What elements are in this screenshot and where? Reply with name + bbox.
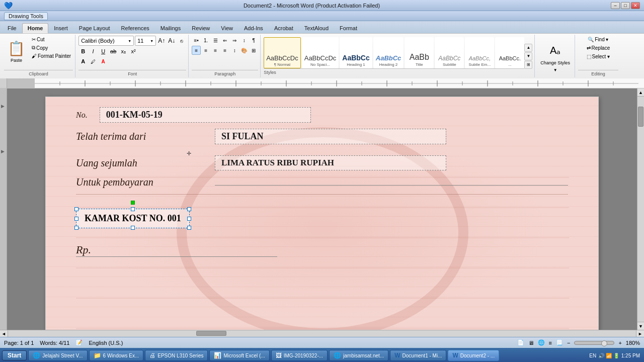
zoom-thumb[interactable] — [601, 340, 607, 346]
minimize-button[interactable]: – — [611, 2, 620, 9]
style-more[interactable]: AaBbCc. ... — [495, 37, 524, 68]
handle-tr[interactable] — [187, 207, 191, 211]
highlight-button[interactable]: 🖊 — [89, 57, 98, 66]
superscript-button[interactable]: x² — [129, 47, 138, 56]
bold-button[interactable]: B — [78, 47, 88, 56]
taskbar-excel[interactable]: 📊 Microsoft Excel (... — [209, 350, 269, 361]
select-button[interactable]: ⬚ Select ▾ — [585, 53, 612, 60]
font-name-dropdown[interactable]: Calibri (Body) ▼ — [78, 36, 134, 46]
shrink-font-button[interactable]: A↓ — [167, 36, 176, 45]
scroll-right-button[interactable]: ► — [636, 330, 644, 337]
tab-file[interactable]: File — [2, 23, 22, 33]
rotation-handle[interactable] — [131, 201, 135, 205]
scroll-down-button[interactable]: ▼ — [637, 322, 644, 330]
format-painter-button[interactable]: 🖌 Format Painter — [30, 52, 73, 60]
style-no-spacing[interactable]: AaBbCcDc No Spaci... — [302, 37, 339, 68]
multilevel-button[interactable]: ☰ — [211, 36, 220, 45]
untuk-field[interactable]: KAMAR KOST NO. 001 — [85, 213, 181, 223]
align-left-button[interactable]: ≡ — [192, 46, 201, 55]
tab-view[interactable]: View — [215, 23, 238, 33]
copy-button[interactable]: ⧉ Copy — [30, 44, 73, 52]
handle-mr[interactable] — [187, 217, 191, 221]
tab-mailings[interactable]: Mailings — [155, 23, 186, 33]
h-scroll-thumb[interactable] — [196, 331, 226, 336]
style-normal[interactable]: AaBbCcDc ¶ Normal — [264, 37, 301, 68]
view-print-icon[interactable]: 📄 — [517, 339, 524, 346]
no-field[interactable]: 001-KM-05-19 — [100, 107, 311, 123]
styles-scroll-up[interactable]: ▲ — [524, 44, 532, 52]
tab-format[interactable]: Format — [334, 23, 363, 33]
handle-bl[interactable] — [74, 226, 78, 230]
cut-button[interactable]: ✂ Cut — [30, 36, 73, 43]
taskbar-jambi[interactable]: 🌐 jambisamsat.net... — [329, 350, 388, 361]
tab-references[interactable]: References — [116, 23, 155, 33]
font-size-dropdown[interactable]: 11 ▼ — [135, 36, 156, 46]
style-title[interactable]: AaBb Title — [405, 37, 434, 68]
increase-indent-button[interactable]: ⇒ — [230, 36, 239, 45]
subscript-button[interactable]: x₂ — [119, 47, 128, 56]
vertical-scrollbar[interactable]: ▲ ▼ — [637, 88, 644, 330]
view-outline-icon[interactable]: ≡ — [549, 340, 552, 346]
uang-field[interactable]: LIMA RATUS RIBU RUPIAH — [215, 155, 446, 170]
taskbar-jelajahi[interactable]: 🌐 Jelajahi Street V... — [28, 350, 87, 361]
paste-button[interactable]: 📋 Paste — [4, 36, 29, 67]
underline-button[interactable]: U — [99, 47, 108, 56]
grow-font-button[interactable]: A↑ — [157, 36, 166, 45]
taskbar-doc1[interactable]: W Document1 - Mi... — [390, 350, 446, 361]
replace-button[interactable]: ⇄ Replace — [585, 44, 612, 52]
view-draft-icon[interactable]: 📃 — [556, 339, 563, 346]
find-button[interactable]: 🔍 Find ▾ — [586, 36, 610, 43]
tab-insert[interactable]: Insert — [48, 23, 73, 33]
scroll-left-button[interactable]: ◄ — [0, 330, 8, 337]
borders-button[interactable]: ⊞ — [249, 46, 258, 55]
document-page-area[interactable]: No. 001-KM-05-19 Telah terima dari SI FU… — [7, 88, 637, 330]
close-button[interactable]: ✕ — [631, 2, 640, 9]
italic-button[interactable]: I — [89, 47, 98, 56]
strikethrough-button[interactable]: ab — [109, 47, 118, 56]
decrease-indent-button[interactable]: ⇐ — [220, 36, 229, 45]
horizontal-scrollbar[interactable]: ◄ ► — [0, 330, 644, 337]
taskbar-doc2[interactable]: W Document2 - ... — [448, 350, 499, 361]
zoom-slider[interactable] — [574, 341, 614, 345]
zoom-out-button[interactable]: − — [567, 340, 570, 346]
style-heading1[interactable]: AaBbCc Heading 1 — [340, 37, 372, 68]
zoom-in-button[interactable]: + — [618, 340, 621, 346]
tab-review[interactable]: Review — [186, 23, 215, 33]
handle-bm[interactable] — [131, 226, 135, 230]
change-styles-button[interactable]: Aₐ Change Styles ▼ — [538, 39, 573, 74]
text-effects-button[interactable]: A — [78, 57, 88, 66]
handle-tl[interactable] — [74, 207, 78, 211]
align-center-button[interactable]: ≡ — [201, 46, 210, 55]
maximize-button[interactable]: □ — [621, 2, 630, 9]
view-fullscreen-icon[interactable]: 🖥 — [528, 340, 534, 346]
dari-field[interactable]: SI FULAN — [215, 129, 446, 144]
handle-tm[interactable] — [131, 207, 135, 211]
taskbar-windows-explorer[interactable]: 📁 6 Windows Ex... — [89, 350, 144, 361]
sort-button[interactable]: ↕ — [239, 36, 249, 45]
tab-addins[interactable]: Add-Ins — [238, 23, 269, 33]
style-subtitle[interactable]: AaBbCc Subtitle — [435, 37, 464, 68]
tab-textaloud[interactable]: TextAloud — [299, 23, 334, 33]
clear-format-button[interactable]: ⎋ — [177, 36, 186, 45]
bullets-button[interactable]: ≡• — [192, 36, 201, 45]
tab-page-layout[interactable]: Page Layout — [73, 23, 116, 33]
view-web-icon[interactable]: 🌐 — [538, 339, 545, 346]
line-spacing-button[interactable]: ↕ — [230, 46, 239, 55]
shading-button[interactable]: 🎨 — [239, 46, 249, 55]
taskbar-epson[interactable]: 🖨 EPSON L310 Series — [145, 350, 208, 361]
align-right-button[interactable]: ≡ — [211, 46, 220, 55]
font-color-button[interactable]: A — [99, 57, 108, 66]
styles-scroll-down[interactable]: ▼ — [524, 52, 532, 60]
start-button[interactable]: Start — [2, 350, 27, 360]
numbering-button[interactable]: 1. — [201, 36, 210, 45]
justify-button[interactable]: ≡ — [220, 46, 229, 55]
scroll-thumb[interactable] — [638, 107, 643, 127]
untuk-selected-box[interactable]: KAMAR KOST NO. 001 — [76, 209, 190, 228]
tab-home[interactable]: Home — [22, 23, 49, 33]
scroll-up-button[interactable]: ▲ — [637, 88, 644, 97]
styles-more[interactable]: ⊞ — [524, 61, 532, 69]
style-heading2[interactable]: AaBbCc Heading 2 — [373, 37, 404, 68]
taskbar-img[interactable]: 🖼 IMG-20190322-... — [271, 350, 328, 361]
tab-acrobat[interactable]: Acrobat — [269, 23, 299, 33]
handle-ml[interactable] — [74, 217, 78, 221]
